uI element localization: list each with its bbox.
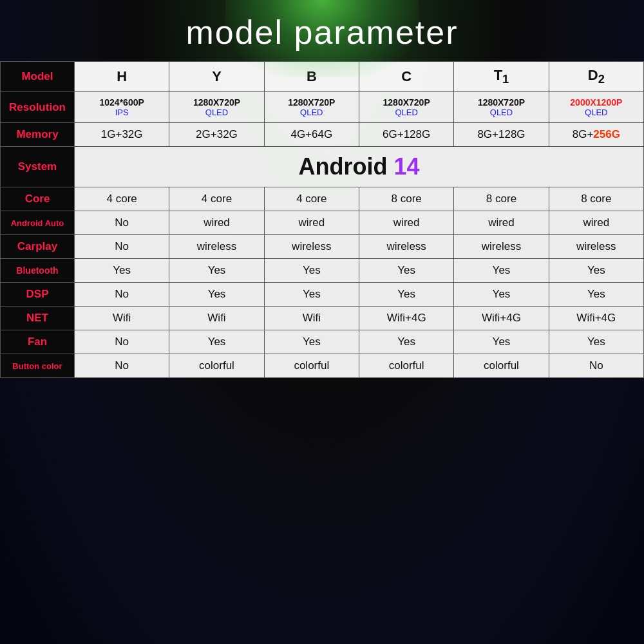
cell-mem-d2: 8G+256G xyxy=(549,123,643,147)
cell-auto-b: wired xyxy=(264,211,359,235)
table-row-core: Core 4 core 4 core 4 core 8 core 8 core … xyxy=(1,187,644,211)
background: model parameter Model H Y B C T1 D2 Reso… xyxy=(0,0,644,644)
cell-mem-b: 4G+64G xyxy=(264,123,359,147)
label-button-color: Button color xyxy=(1,354,75,378)
cell-auto-c: wired xyxy=(359,211,453,235)
cell-net-b: Wifi xyxy=(264,307,359,330)
cell-model-b: B xyxy=(264,62,359,92)
cell-bt-c: Yes xyxy=(359,259,453,283)
table-row-android-auto: Android Auto No wired wired wired wired … xyxy=(1,211,644,235)
label-dsp: DSP xyxy=(1,283,75,307)
cell-fan-y: Yes xyxy=(169,330,264,354)
table-row-dsp: DSP No Yes Yes Yes Yes Yes xyxy=(1,283,644,307)
label-resolution: Resolution xyxy=(1,92,75,123)
cell-btncolor-t1: colorful xyxy=(454,354,549,378)
label-core: Core xyxy=(1,187,75,211)
cell-auto-d2: wired xyxy=(549,211,643,235)
cell-bt-h: Yes xyxy=(75,259,169,283)
cell-model-h: H xyxy=(75,62,169,92)
label-fan: Fan xyxy=(1,330,75,354)
cell-carplay-d2: wireless xyxy=(549,235,643,259)
cell-dsp-y: Yes xyxy=(169,283,264,307)
cell-mem-c: 6G+128G xyxy=(359,123,453,147)
cell-dsp-h: No xyxy=(75,283,169,307)
cell-net-d2: Wifi+4G xyxy=(549,307,643,330)
cell-btncolor-h: No xyxy=(75,354,169,378)
cell-model-c: C xyxy=(359,62,453,92)
cell-auto-t1: wired xyxy=(454,211,549,235)
cell-auto-h: No xyxy=(75,211,169,235)
parameter-table: Model H Y B C T1 D2 Resolution 1024*600P… xyxy=(0,61,644,378)
cell-fan-c: Yes xyxy=(359,330,453,354)
cell-btncolor-d2: No xyxy=(549,354,643,378)
cell-core-c: 8 core xyxy=(359,187,453,211)
cell-mem-t1: 8G+128G xyxy=(454,123,549,147)
table-row-system: System Android 14 xyxy=(1,147,644,187)
cell-core-y: 4 core xyxy=(169,187,264,211)
table-row-memory: Memory 1G+32G 2G+32G 4G+64G 6G+128G 8G+1… xyxy=(1,123,644,147)
table-row-net: NET Wifi Wifi Wifi Wifi+4G Wifi+4G Wifi+… xyxy=(1,307,644,330)
table-row-resolution: Resolution 1024*600P IPS 1280X720P QLED … xyxy=(1,92,644,123)
cell-bt-t1: Yes xyxy=(454,259,549,283)
cell-fan-t1: Yes xyxy=(454,330,549,354)
cell-dsp-c: Yes xyxy=(359,283,453,307)
cell-carplay-c: wireless xyxy=(359,235,453,259)
cell-core-d2: 8 core xyxy=(549,187,643,211)
table-row-fan: Fan No Yes Yes Yes Yes Yes xyxy=(1,330,644,354)
cell-model-d2: D2 xyxy=(549,62,643,92)
table-row-model: Model H Y B C T1 D2 xyxy=(1,62,644,92)
cell-system: Android 14 xyxy=(75,147,644,187)
cell-carplay-t1: wireless xyxy=(454,235,549,259)
cell-res-b: 1280X720P QLED xyxy=(264,92,359,123)
cell-dsp-t1: Yes xyxy=(454,283,549,307)
label-system: System xyxy=(1,147,75,187)
table-row-carplay: Carplay No wireless wireless wireless wi… xyxy=(1,235,644,259)
cell-core-h: 4 core xyxy=(75,187,169,211)
cell-fan-h: No xyxy=(75,330,169,354)
label-memory: Memory xyxy=(1,123,75,147)
cell-bt-d2: Yes xyxy=(549,259,643,283)
cell-auto-y: wired xyxy=(169,211,264,235)
cell-btncolor-b: colorful xyxy=(264,354,359,378)
cell-res-h: 1024*600P IPS xyxy=(75,92,169,123)
cell-model-t1: T1 xyxy=(454,62,549,92)
cell-net-c: Wifi+4G xyxy=(359,307,453,330)
cell-net-y: Wifi xyxy=(169,307,264,330)
cell-res-t1: 1280X720P QLED xyxy=(454,92,549,123)
cell-model-y: Y xyxy=(169,62,264,92)
table-row-bluetooth: Bluetooth Yes Yes Yes Yes Yes Yes xyxy=(1,259,644,283)
label-net: NET xyxy=(1,307,75,330)
label-android-auto: Android Auto xyxy=(1,211,75,235)
cell-mem-y: 2G+32G xyxy=(169,123,264,147)
cell-btncolor-c: colorful xyxy=(359,354,453,378)
cell-bt-y: Yes xyxy=(169,259,264,283)
cell-carplay-y: wireless xyxy=(169,235,264,259)
cell-mem-h: 1G+32G xyxy=(75,123,169,147)
label-carplay: Carplay xyxy=(1,235,75,259)
cell-carplay-h: No xyxy=(75,235,169,259)
cell-btncolor-y: colorful xyxy=(169,354,264,378)
cell-net-h: Wifi xyxy=(75,307,169,330)
cell-res-c: 1280X720P QLED xyxy=(359,92,453,123)
cell-fan-d2: Yes xyxy=(549,330,643,354)
cell-bt-b: Yes xyxy=(264,259,359,283)
cell-dsp-b: Yes xyxy=(264,283,359,307)
label-model: Model xyxy=(1,62,75,92)
table-row-button-color: Button color No colorful colorful colorf… xyxy=(1,354,644,378)
parameter-table-wrapper: Model H Y B C T1 D2 Resolution 1024*600P… xyxy=(0,61,644,378)
label-bluetooth: Bluetooth xyxy=(1,259,75,283)
page-title: model parameter xyxy=(0,0,644,61)
cell-dsp-d2: Yes xyxy=(549,283,643,307)
cell-core-b: 4 core xyxy=(264,187,359,211)
cell-res-y: 1280X720P QLED xyxy=(169,92,264,123)
cell-fan-b: Yes xyxy=(264,330,359,354)
cell-res-d2: 2000X1200P QLED xyxy=(549,92,643,123)
cell-carplay-b: wireless xyxy=(264,235,359,259)
cell-core-t1: 8 core xyxy=(454,187,549,211)
cell-net-t1: Wifi+4G xyxy=(454,307,549,330)
